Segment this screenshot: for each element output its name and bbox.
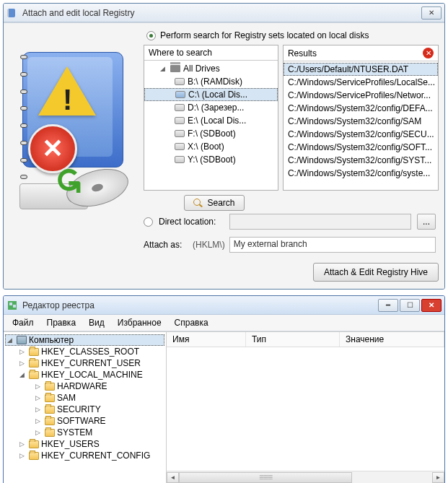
- drive-item[interactable]: B:\ (RAMDisk): [144, 75, 278, 88]
- expand-caret[interactable]: ▷: [19, 348, 27, 355]
- disk-icon: [175, 130, 185, 137]
- horizontal-scrollbar[interactable]: ◄ ≡≡≡ ►: [167, 471, 444, 483]
- folder-icon: [29, 440, 39, 448]
- result-item[interactable]: C:/Windows/ServiceProfiles/Networ...: [284, 89, 438, 102]
- expand-caret[interactable]: ◢: [19, 371, 27, 378]
- result-item[interactable]: C:/Windows/System32/config/syste...: [284, 167, 438, 180]
- folder-icon: [29, 360, 39, 367]
- where-to-search-panel: Where to search ◢All Drives B:\ (RAMDisk…: [144, 45, 278, 191]
- expand-caret[interactable]: ▷: [35, 406, 43, 413]
- folder-icon: [29, 348, 39, 356]
- registry-tree[interactable]: ◢Компьютер▷HKEY_CLASSES_ROOT▷HKEY_CURREN…: [4, 332, 167, 483]
- folder-icon: [45, 394, 55, 402]
- expand-caret[interactable]: ▷: [35, 429, 43, 436]
- drive-tree[interactable]: ◢All Drives B:\ (RAMDisk)C:\ (Local Dis.…: [144, 61, 278, 190]
- results-panel: Results ✕ C:/Users/Default/NTUSER.DATC:/…: [283, 45, 439, 191]
- perform-search-label: Perform search for Registry sets located…: [160, 30, 369, 40]
- tree-node[interactable]: ◢HKEY_LOCAL_MACHINE: [5, 369, 164, 380]
- minimize-button[interactable]: ━: [378, 299, 398, 312]
- svg-rect-1: [7, 9, 9, 17]
- scroll-thumb[interactable]: ≡≡≡: [179, 472, 352, 483]
- svg-rect-0: [8, 9, 15, 17]
- tree-node[interactable]: ▷SECURITY: [5, 404, 164, 415]
- disk-icon: [175, 156, 185, 163]
- scroll-left[interactable]: ◄: [167, 472, 179, 483]
- search-icon: [193, 199, 203, 208]
- regedit-window: Редактор реестра ━ ☐ ✕ ФайлПравкаВидИзбр…: [3, 295, 445, 483]
- disk-icon: [175, 78, 185, 85]
- tree-node[interactable]: ▷HKEY_USERS: [5, 438, 164, 450]
- drives-icon: [170, 65, 180, 72]
- result-item[interactable]: C:/Windows/System32/config/SOFT...: [284, 141, 438, 154]
- drive-item[interactable]: E:\ (Local Dis...: [144, 114, 278, 127]
- drive-item[interactable]: Y:\ (SDBoot): [144, 153, 278, 166]
- maximize-button[interactable]: ☐: [400, 299, 420, 312]
- regedit-icon: [6, 300, 18, 311]
- close-button[interactable]: ✕: [421, 299, 442, 312]
- results-list[interactable]: C:/Users/Default/NTUSER.DATC:/Windows/Se…: [284, 61, 438, 190]
- expand-caret[interactable]: ▷: [19, 452, 27, 459]
- attach-as-input[interactable]: My external branch: [229, 237, 436, 253]
- folder-icon: [45, 406, 55, 414]
- expand-caret[interactable]: ▷: [35, 417, 43, 425]
- folder-icon: [29, 371, 39, 379]
- expand-caret[interactable]: ▷: [19, 440, 27, 448]
- scroll-right[interactable]: ►: [432, 472, 444, 483]
- result-item[interactable]: C:/Windows/System32/config/SECU...: [284, 128, 438, 141]
- clear-results-icon[interactable]: ✕: [423, 48, 434, 58]
- col-type[interactable]: Тип: [246, 332, 340, 347]
- direct-location-input[interactable]: [229, 214, 411, 230]
- expand-caret[interactable]: ▷: [19, 360, 27, 367]
- folder-icon: [45, 383, 55, 391]
- tree-node[interactable]: ▷HKEY_CURRENT_USER: [5, 357, 164, 369]
- tree-node[interactable]: ▷HKEY_CLASSES_ROOT: [5, 346, 164, 357]
- drive-item[interactable]: D:\ (Зарезер...: [144, 101, 278, 114]
- perform-search-radio[interactable]: [146, 31, 156, 40]
- disk-icon: [175, 91, 185, 98]
- folder-icon: [45, 429, 55, 437]
- result-item[interactable]: C:/Users/Default/NTUSER.DAT: [284, 63, 438, 76]
- tree-node[interactable]: ◢Компьютер: [5, 334, 164, 346]
- menu-Справка[interactable]: Справка: [172, 316, 211, 329]
- drive-item[interactable]: X:\ (Boot): [144, 140, 278, 153]
- computer-icon: [17, 336, 27, 344]
- result-item[interactable]: C:/Windows/ServiceProfiles/LocalSe...: [284, 76, 438, 89]
- column-headers[interactable]: Имя Тип Значение: [167, 332, 444, 347]
- tree-node[interactable]: ▷SAM: [5, 392, 164, 404]
- browse-button[interactable]: ...: [417, 214, 436, 230]
- attach-edit-button[interactable]: Attach & Edit Registry Hive: [313, 263, 439, 282]
- app-icon: [6, 7, 18, 19]
- regedit-title: Редактор реестра: [22, 300, 378, 310]
- tree-node[interactable]: ▷SOFTWARE: [5, 415, 164, 427]
- drive-item[interactable]: C:\ (Local Dis...: [144, 88, 278, 101]
- menu-Вид[interactable]: Вид: [86, 316, 107, 329]
- folder-icon: [29, 452, 39, 460]
- col-name[interactable]: Имя: [167, 332, 246, 347]
- close-button[interactable]: ✕: [421, 6, 442, 19]
- direct-location-radio[interactable]: [144, 217, 153, 227]
- direct-location-label: Direct location:: [159, 217, 224, 227]
- expand-caret[interactable]: ▷: [35, 394, 43, 401]
- result-item[interactable]: C:/Windows/System32/config/SAM: [284, 115, 438, 128]
- col-value[interactable]: Значение: [340, 332, 444, 347]
- expand-caret[interactable]: ◢: [7, 336, 14, 344]
- result-item[interactable]: C:/Windows/System32/config/SYST...: [284, 154, 438, 167]
- results-header: Results: [288, 48, 317, 58]
- search-button[interactable]: Search: [184, 195, 244, 211]
- disk-icon: [175, 104, 185, 111]
- svg-rect-4: [13, 305, 16, 308]
- tree-node[interactable]: ▷HARDWARE: [5, 380, 164, 392]
- tree-node[interactable]: ▷HKEY_CURRENT_CONFIG: [5, 450, 164, 461]
- window-title: Attach and edit local Registry: [22, 8, 421, 18]
- menubar: ФайлПравкаВидИзбранноеСправка: [4, 315, 444, 331]
- menu-Избранное[interactable]: Избранное: [115, 316, 164, 329]
- tree-node[interactable]: ▷SYSTEM: [5, 427, 164, 438]
- registry-list: Имя Тип Значение ◄ ≡≡≡ ►: [167, 332, 444, 483]
- result-item[interactable]: C:/Windows/System32/config/DEFA...: [284, 102, 438, 115]
- drive-item[interactable]: F:\ (SDBoot): [144, 127, 278, 140]
- svg-rect-3: [9, 303, 12, 305]
- menu-Файл[interactable]: Файл: [9, 316, 37, 329]
- expand-caret[interactable]: ▷: [35, 383, 43, 390]
- titlebar: Attach and edit local Registry ✕: [4, 4, 444, 22]
- menu-Правка[interactable]: Правка: [44, 316, 79, 329]
